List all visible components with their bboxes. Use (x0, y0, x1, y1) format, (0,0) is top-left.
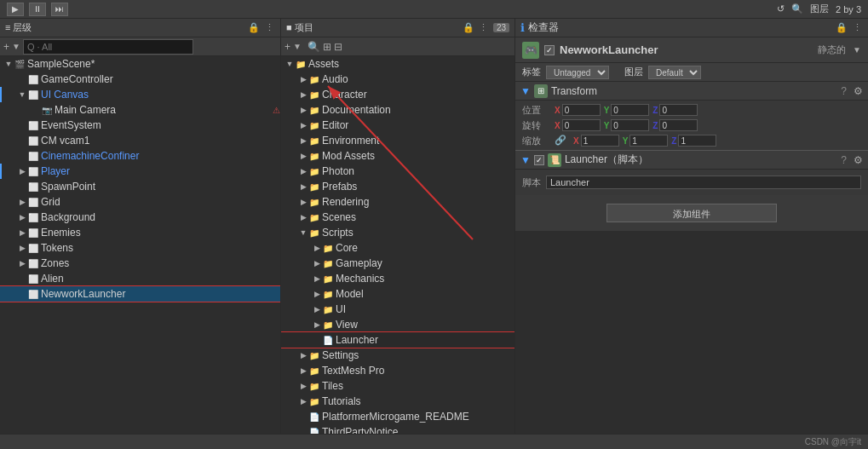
layer-select[interactable]: Default (648, 66, 701, 79)
tree-item-enemies[interactable]: ▶ ⬜ Enemies (0, 225, 280, 240)
project-item-core[interactable]: ▶ 📁 Core (281, 240, 514, 256)
item-label-alien: Alien (41, 273, 64, 285)
project-title: ■ 项目 (286, 21, 313, 34)
project-item-model[interactable]: ▶ 📁 Model (281, 286, 514, 302)
tree-item-alien[interactable]: ⬜ Alien (0, 271, 280, 286)
folder-icon-editor: 📁 (308, 119, 320, 131)
tree-item-cinemachine[interactable]: ⬜ CinemachineConfiner (0, 148, 280, 164)
project-item-prefabs[interactable]: ▶ 📁 Prefabs (281, 179, 514, 194)
tree-item-gamecontroller[interactable]: ⬜ GameController (0, 72, 280, 87)
launcher-component-header: ▼ ✓ 📜 Launcher（脚本） ? ⚙ (515, 151, 868, 170)
project-item-audio[interactable]: ▶ 📁 Audio (281, 72, 514, 87)
project-item-thirdparty[interactable]: 📄 ThirdPartyNotice (281, 424, 514, 434)
pos-z-input[interactable] (659, 104, 698, 116)
project-more-icon[interactable]: ⋮ (478, 22, 490, 34)
search-icon[interactable]: 🔍 (791, 3, 803, 14)
active-checkbox[interactable]: ✓ (544, 45, 555, 55)
scale-x-input[interactable] (581, 135, 619, 147)
project-item-assets[interactable]: ▼ 📁 Assets (281, 56, 514, 72)
project-item-rendering[interactable]: ▶ 📁 Rendering (281, 194, 514, 210)
play-button[interactable]: ▶ (7, 3, 24, 16)
tree-item-uicanvas[interactable]: ▼ ⬜ UI Canvas (0, 87, 280, 102)
add-hierarchy-icon[interactable]: + (3, 41, 9, 53)
view-icon[interactable]: ⊟ (334, 41, 342, 53)
search2-icon[interactable]: 🔍 (308, 41, 320, 53)
add-component-button[interactable]: 添加组件 (606, 204, 777, 222)
project-badge: 23 (493, 23, 509, 32)
launcher-settings-icon[interactable]: ⚙ (854, 154, 863, 166)
tree-item-tokens[interactable]: ▶ ⬜ Tokens (0, 240, 280, 256)
item-label-scenes: Scenes (322, 211, 356, 223)
undo-icon[interactable]: ↺ (777, 3, 785, 14)
tree-item-cmvcam1[interactable]: ⬜ CM vcam1 (0, 133, 280, 148)
pos-y-input[interactable] (611, 104, 649, 116)
inspector-more-icon[interactable]: ⋮ (851, 22, 863, 34)
tree-item-eventsystem[interactable]: ⬜ EventSystem (0, 118, 280, 133)
project-item-platformerreadme[interactable]: 📄 PlatformerMicrogame_README (281, 409, 514, 424)
static-dropdown-icon[interactable]: ▼ (853, 45, 861, 55)
project-item-modassets[interactable]: ▶ 📁 Mod Assets (281, 148, 514, 164)
hierarchy-search[interactable] (23, 39, 193, 55)
project-lock-icon[interactable]: 🔒 (463, 22, 474, 34)
rot-z-input[interactable] (659, 119, 698, 131)
project-item-view[interactable]: ▶ 📁 View (281, 317, 514, 332)
add-project-icon[interactable]: + (285, 41, 290, 53)
project-item-mechanics[interactable]: ▶ 📁 Mechanics (281, 271, 514, 286)
rot-y-input[interactable] (611, 119, 649, 131)
transform-settings-icon[interactable]: ⚙ (854, 85, 863, 97)
project-item-tiles[interactable]: ▶ 📁 Tiles (281, 378, 514, 394)
tree-item-background[interactable]: ▶ ⬜ Background (0, 210, 280, 225)
tree-item-player-wrapper: ▶ ⬜ Player (0, 164, 280, 179)
launcher-help-icon[interactable]: ? (841, 154, 847, 166)
item-label-ui: UI (336, 303, 346, 315)
transform-help-icon[interactable]: ? (841, 85, 847, 97)
project-item-scenes[interactable]: ▶ 📁 Scenes (281, 210, 514, 225)
tree-item-newworklauncher[interactable]: ⬜ NewworkLauncher (0, 286, 280, 302)
project-item-documentation[interactable]: ▶ 📁 Documentation (281, 102, 514, 118)
pause-button[interactable]: ⏸ (29, 3, 46, 16)
inspector-lock-icon[interactable]: 🔒 (836, 22, 848, 34)
scale-y-input[interactable] (629, 135, 668, 147)
inspector-header: ℹ 检查器 🔒 ⋮ (515, 19, 868, 37)
tree-item-samplescene[interactable]: ▼ 🎬 SampleScene* (0, 56, 280, 72)
project-item-textmeshpro[interactable]: ▶ 📁 TextMesh Pro (281, 363, 514, 378)
project-item-photon[interactable]: ▶ 📁 Photon (281, 164, 514, 179)
project-item-tutorials[interactable]: ▶ 📁 Tutorials (281, 394, 514, 409)
step-button[interactable]: ⏭ (51, 3, 68, 16)
tree-item-maincamera[interactable]: 📷 Main Camera ⚠ (0, 102, 280, 118)
launcher-expand-icon[interactable]: ▼ (520, 154, 531, 166)
project-item-launcher[interactable]: 📄 Launcher (281, 332, 514, 348)
camera-icon: 📷 (41, 104, 53, 116)
tree-item-grid[interactable]: ▶ ⬜ Grid (0, 194, 280, 210)
tree-item-spawnpoint[interactable]: ⬜ SpawnPoint (0, 179, 280, 194)
scale-fields: 🔗 X Y Z (555, 135, 861, 147)
project-item-character[interactable]: ▶ 📁 Character (281, 87, 514, 102)
lock-icon[interactable]: 🔒 (248, 22, 260, 34)
object-name: NewworkLauncher (560, 43, 658, 56)
pos-z-field: Z (652, 104, 698, 116)
launcher-component-title: Launcher（脚本） (565, 153, 648, 167)
launcher-active-checkbox[interactable]: ✓ (534, 155, 544, 165)
folder-icon-doc: 📁 (308, 104, 320, 116)
project-item-settings[interactable]: ▶ 📁 Settings (281, 348, 514, 363)
project-item-scripts[interactable]: ▼ 📁 Scripts (281, 225, 514, 240)
item-label-editor: Editor (322, 119, 348, 131)
script-input[interactable] (546, 176, 861, 189)
project-item-environment[interactable]: ▶ 📁 Environment (281, 133, 514, 148)
tree-item-zones[interactable]: ▶ ⬜ Zones (0, 256, 280, 271)
sync-icon[interactable]: ⊞ (323, 41, 331, 53)
project-item-gameplay[interactable]: ▶ 📁 Gameplay (281, 256, 514, 271)
scale-z-input[interactable] (678, 135, 716, 147)
rot-x-input[interactable] (562, 119, 601, 131)
hierarchy-title: ≡ 层级 (5, 21, 32, 34)
folder-icon-mechanics: 📁 (322, 273, 334, 285)
project-item-ui[interactable]: ▶ 📁 UI (281, 302, 514, 317)
cube-icon-player: ⬜ (27, 165, 39, 177)
tag-select[interactable]: Untagged (546, 66, 609, 79)
more-icon[interactable]: ⋮ (263, 22, 275, 34)
transform-expand-icon[interactable]: ▼ (520, 85, 531, 97)
project-item-editor[interactable]: ▶ 📁 Editor (281, 118, 514, 133)
pos-x-label: X (555, 106, 560, 115)
pos-x-input[interactable] (562, 104, 601, 116)
tree-item-player[interactable]: ▶ ⬜ Player (0, 164, 280, 179)
